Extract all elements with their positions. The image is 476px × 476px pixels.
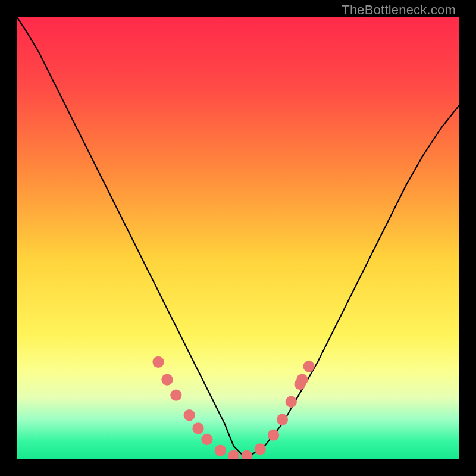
marker-dot (286, 396, 297, 408)
marker-dot (192, 422, 203, 434)
marker-dot (296, 374, 308, 385)
chart-frame (17, 17, 459, 459)
gradient-background (17, 17, 459, 459)
marker-dot (268, 429, 279, 440)
marker-dot (183, 409, 195, 421)
marker-dot (161, 374, 173, 385)
watermark-text: TheBottleneck.com (342, 2, 456, 18)
plot-area (17, 17, 459, 459)
marker-dot (303, 361, 314, 372)
marker-dot (170, 389, 181, 400)
bottleneck-chart (17, 17, 459, 459)
marker-dot (277, 414, 288, 425)
marker-dot (255, 443, 266, 455)
marker-dot (201, 434, 212, 445)
marker-dot (215, 444, 226, 456)
marker-dot (152, 356, 164, 368)
